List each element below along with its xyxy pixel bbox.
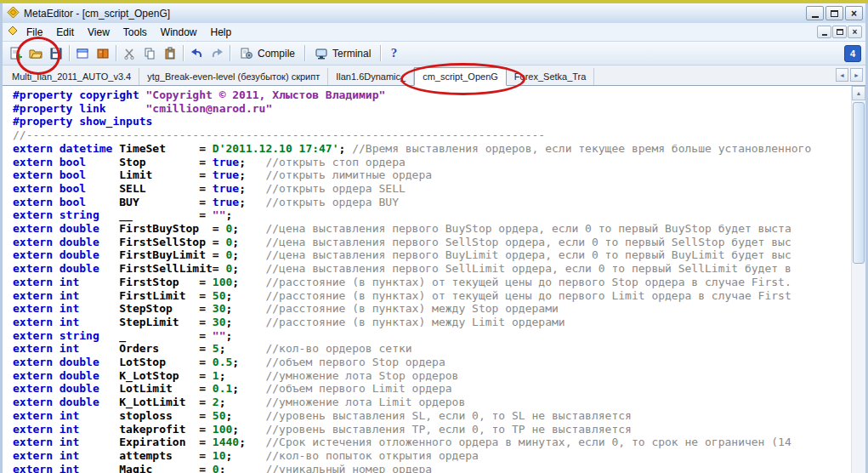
toolbar-separator (230, 45, 230, 61)
paste-button[interactable] (160, 43, 180, 63)
scroll-up-arrow[interactable]: ▲ (852, 86, 865, 100)
terminal-button-label: Terminal (332, 48, 371, 60)
help-button[interactable]: ? (383, 43, 404, 63)
compile-icon (240, 47, 253, 60)
document-icon (8, 26, 18, 38)
open-folder-icon (29, 47, 43, 60)
menu-help[interactable]: Help (204, 25, 239, 40)
tab-scroll-arrows: ◄ ► (836, 68, 863, 82)
help-icon: ? (391, 46, 398, 60)
tab-multi-ilan-2011[interactable]: Multi_Ilan_2011_AUTO_v3.4 (4, 68, 139, 85)
navigator-panel-icon (76, 47, 89, 60)
toolbar-separator (380, 45, 381, 61)
close-button[interactable]: × (845, 6, 863, 20)
code-line: extern int Magic = 0; //уникальный номер… (13, 463, 851, 473)
code-line: extern double FirstSellLimit= 0; //цена … (13, 262, 851, 276)
code-line: extern double FirstSellStop = 0; //цена … (13, 236, 851, 249)
tab-ilan-dynamic[interactable]: Ilan1.6Dynamic_ (328, 68, 414, 85)
vertical-scrollbar[interactable]: ▲ (851, 86, 865, 473)
scissors-icon (122, 47, 136, 60)
code-line: extern int attempts = 10; //кол-во попыт… (13, 449, 851, 463)
code-line: #property show_inputs (13, 115, 851, 128)
toolbar-separator (69, 45, 70, 61)
new-file-button[interactable] (5, 43, 26, 63)
code-line: extern double K_LotLimit = 2; //умножени… (13, 396, 851, 409)
menu-window[interactable]: Window (154, 25, 204, 40)
code-line: extern bool Stop = true; //открыть стоп … (13, 156, 851, 169)
tab-cm-script-openg[interactable]: cm_script_OpenG (414, 67, 507, 86)
toolbar-separator (116, 45, 116, 61)
code-line: extern double LotStop = 0.5; //объем пер… (13, 356, 851, 369)
minimize-icon (822, 34, 827, 36)
cut-button[interactable] (119, 43, 139, 63)
code-line: extern datetime TimeSet = D'2011.12.10 1… (13, 142, 851, 156)
code-line: #property copyright "Copyright © 2011, Х… (13, 88, 851, 102)
toolbar-separator (304, 45, 305, 61)
code-line: extern double FirstBuyLimit = 0; //цена … (13, 248, 851, 262)
toolbar-separator (183, 45, 184, 61)
code-line: extern int Expiration = 1440; //Срок ист… (13, 436, 851, 449)
code-line: extern double K_LotStop = 1; //умножение… (13, 369, 851, 383)
menu-bar: File Edit View Tools Window Help × (3, 23, 865, 42)
menu-tools[interactable]: Tools (116, 25, 154, 40)
tab-forex-setka[interactable]: Forex_Setka_Tra (507, 68, 595, 85)
copy-icon (143, 47, 156, 60)
restore-icon (831, 10, 838, 17)
paste-icon (163, 47, 177, 60)
close-icon: × (853, 28, 858, 37)
menu-view[interactable]: View (81, 25, 116, 40)
metaeditor-window: MetaEditor - [cm_script_OpenG] × File Ed… (0, 3, 868, 473)
toolbar: Compile Terminal ? 4 (3, 42, 865, 66)
terminal-button[interactable]: Terminal (308, 43, 377, 63)
redo-button[interactable] (207, 43, 227, 63)
mql4-community-icon[interactable]: 4 (844, 45, 861, 62)
save-button[interactable] (46, 43, 66, 63)
mdi-close-button[interactable]: × (848, 26, 862, 38)
undo-button[interactable] (186, 43, 207, 63)
open-file-button[interactable] (26, 43, 46, 63)
code-line: extern string _ = ""; (13, 329, 851, 343)
code-line: extern bool Limit = true; //открыть лими… (13, 168, 851, 182)
mdi-restore-button[interactable] (832, 26, 847, 38)
code-line: extern int FirstLimit = 50; //расстояние… (13, 289, 851, 303)
code-line: extern int FirstStop = 100; //расстояние… (13, 276, 851, 289)
restore-button[interactable] (825, 6, 843, 20)
menu-file[interactable]: File (20, 25, 49, 40)
title-bar: MetaEditor - [cm_script_OpenG] × (3, 3, 865, 23)
close-icon: × (851, 9, 857, 19)
redo-icon (211, 47, 224, 60)
copy-button[interactable] (139, 43, 160, 63)
code-line: //--------------------------------------… (13, 128, 851, 142)
code-line: extern bool BUY = true; //открыть ордера… (13, 196, 851, 209)
tab-scroll-right-button[interactable]: ► (850, 68, 863, 82)
mdi-minimize-button[interactable] (817, 26, 831, 38)
metaeditor-app-icon (7, 6, 20, 21)
code-line: extern int StepLimit = 30; //расстояние … (13, 316, 851, 329)
code-line: extern double LotLimit = 0.1; //объем пе… (13, 382, 851, 396)
code-line: #property link "cmillion@narod.ru" (13, 102, 851, 116)
code-area[interactable]: #property copyright "Copyright © 2011, Х… (3, 86, 851, 473)
book-icon (96, 47, 110, 60)
menu-edit[interactable]: Edit (49, 25, 81, 40)
code-line: extern int Orders = 5; //кол-во ордеров … (13, 342, 851, 356)
tab-bar: Multi_Ilan_2011_AUTO_v3.4 ytg_Break-even… (3, 66, 865, 86)
undo-icon (190, 47, 203, 60)
minimize-button[interactable] (806, 6, 824, 20)
code-line: extern int stoploss = 50; //уровень выст… (13, 409, 851, 423)
code-line: extern double FirstBuyStop = 0; //цена в… (13, 222, 851, 236)
code-line: extern bool SELL = true; //открыть ордер… (13, 182, 851, 196)
scrollbar-thumb[interactable] (853, 102, 865, 264)
mdi-window-controls: × (816, 26, 862, 38)
restore-icon (837, 29, 843, 35)
tab-scroll-left-button[interactable]: ◄ (836, 68, 848, 82)
tab-ytg-break-even[interactable]: ytg_Break-even-level (безубыток) скрипт (139, 68, 328, 85)
code-editor: #property copyright "Copyright © 2011, Х… (3, 86, 865, 473)
code-line: extern int StepStop = 30; //расстояние (… (13, 302, 851, 316)
navigator-panel-button[interactable] (72, 43, 93, 63)
save-icon (49, 47, 63, 60)
compile-button[interactable]: Compile (233, 43, 302, 63)
toolbox-panel-button[interactable] (93, 43, 113, 63)
code-line: extern string __ = ""; (13, 208, 851, 222)
compile-button-label: Compile (258, 48, 295, 60)
minimize-icon (812, 16, 819, 18)
